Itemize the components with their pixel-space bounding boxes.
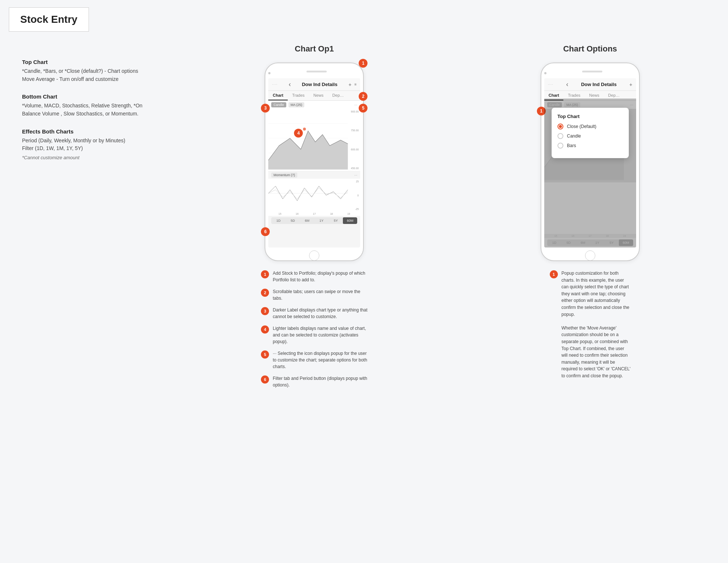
add-button-2[interactable]: +: [630, 82, 632, 88]
main-chart-svg: [268, 109, 360, 171]
phone-inner-2: ···· ‹ Dow Ind Details + Chart Trades Ne…: [544, 78, 636, 247]
y-label-900: 900.00: [351, 110, 359, 113]
chart-options-annotations: 1 Popup customization for both charts. I…: [550, 270, 631, 386]
chart-options-phone-wrapper: ···· ‹ Dow Ind Details + Chart Trades Ne…: [541, 63, 640, 261]
radio-label-candle: Candle: [567, 133, 581, 139]
x-label-15: 15: [279, 213, 281, 215]
radio-candle[interactable]: Candle: [557, 133, 623, 139]
phone-top-bar: [268, 71, 360, 75]
app-header: ···· ‹ Dow Ind Details + ≡: [268, 78, 360, 91]
annotation-badge-2: 2: [261, 289, 269, 297]
y-label-600: 600.00: [351, 148, 359, 151]
annotation-badge-1: 1: [261, 270, 269, 278]
annotation-badge-4: 4: [261, 325, 269, 334]
chart-op1-title: Chart Op1: [295, 44, 334, 54]
annotation-2: 2 Scrollable tabs; users can swipe or mo…: [261, 288, 367, 302]
radio-label-close: Close (Default): [567, 124, 596, 129]
bottom-chart-label-row: Momentum (7) ···: [268, 171, 360, 179]
right-annotation-text-1: Popup customization for both charts. In …: [562, 270, 631, 380]
app-title-2: Dow Ind Details: [581, 82, 617, 87]
chart-options-section: Chart Options ···· ‹ Dow Ind Details +: [452, 44, 728, 393]
period-1d[interactable]: 1D: [271, 217, 286, 224]
status-dots: ····: [272, 82, 277, 86]
svg-marker-4: [268, 131, 348, 170]
x-label-19: 19: [347, 213, 350, 215]
ma-label[interactable]: MA (25): [288, 102, 305, 107]
popup-title: Top Chart: [557, 114, 623, 119]
chart-options-title: Chart Options: [563, 44, 617, 54]
chart-op1-phone: ···· ‹ Dow Ind Details + ≡ Chart Trades …: [265, 63, 364, 261]
y-labels: 900.00 750.00 600.00 450.00: [351, 109, 359, 171]
period-6m[interactable]: 6M: [300, 217, 314, 224]
effects-section: Effects Both Charts Period (Daily, Weekl…: [22, 128, 162, 160]
popup-box: Top Chart Close (Default) Candle: [552, 108, 629, 158]
tab-news[interactable]: News: [309, 91, 328, 100]
bottom-chart-heading: Bottom Chart: [22, 93, 162, 100]
menu-button[interactable]: ≡: [354, 82, 356, 86]
radio-label-bars: Bars: [567, 143, 576, 148]
annotation-text-2: Scrollable tabs; users can swipe or move…: [273, 288, 367, 302]
app-title: Dow Ind Details: [302, 82, 337, 87]
annotation-6: 6 Filter tab and Period button (displays…: [261, 375, 367, 388]
effects-heading: Effects Both Charts: [22, 128, 162, 135]
candle-label: Candle: [271, 102, 286, 107]
radio-circle-bars: [557, 143, 563, 149]
bottom-chart-options-button[interactable]: ···: [354, 173, 357, 177]
back-button[interactable]: ‹: [288, 81, 291, 88]
app-icons: + ≡: [348, 82, 356, 88]
status-dots-2: ····: [548, 82, 553, 86]
radio-close-default[interactable]: Close (Default): [557, 124, 623, 129]
app-tabs: Chart Trades News Dep…: [268, 91, 360, 101]
chart-options-button[interactable]: ···: [354, 103, 357, 107]
bottom-y-labels: 25 0 -25: [355, 179, 359, 212]
phone-dot-icon-2: [544, 72, 546, 74]
phone-dot-icon: [268, 72, 270, 74]
chart-op1-section: Chart Op1 ···· ‹ Dow Ind Details +: [176, 44, 452, 393]
annotation-badge-3: 3: [261, 307, 269, 315]
annotation-badge-6: 6: [261, 375, 269, 384]
effects-italic: *Cannot customize amount: [22, 155, 162, 160]
home-button[interactable]: [309, 250, 319, 261]
tab-chart[interactable]: Chart: [268, 91, 288, 100]
x-label-16: 16: [296, 213, 299, 215]
page-title: Stock Entry: [20, 14, 78, 25]
x-label-17: 17: [313, 213, 316, 215]
phone-inner: ···· ‹ Dow Ind Details + ≡ Chart Trades …: [268, 78, 360, 247]
speaker-bar: [306, 71, 327, 72]
momentum-label[interactable]: Momentum (7): [271, 172, 297, 178]
radio-bars[interactable]: Bars: [557, 143, 623, 149]
tab-trades[interactable]: Trades: [288, 91, 309, 100]
bottom-chart-area: 25 0 -25: [268, 179, 360, 212]
y-neg25: -25: [355, 208, 359, 210]
annotation-text-4: Lighter labels displays name and value o…: [273, 325, 367, 345]
period-filter: 1D 5D 6M 1Y 5Y 60M: [271, 217, 357, 224]
period-60m[interactable]: 60M: [343, 217, 357, 224]
effects-text: Period (Daily, Weekly, Monthly or by Min…: [22, 137, 162, 153]
annotation-text-6: Filter tab and Period button (displays p…: [273, 375, 367, 388]
annotation-4: 4 Lighter labels displays name and value…: [261, 325, 367, 345]
bottom-chart-text: *Volume, MACD, Stochastics, Relative Str…: [22, 102, 162, 118]
tab-dep[interactable]: Dep…: [328, 91, 348, 100]
home-button-2[interactable]: [585, 250, 595, 261]
period-1y[interactable]: 1Y: [314, 217, 329, 224]
period-5d[interactable]: 5D: [286, 217, 300, 224]
bottom-chart-section: Bottom Chart *Volume, MACD, Stochastics,…: [22, 93, 162, 118]
header-box: Stock Entry: [9, 7, 89, 32]
radio-dot-close: [559, 125, 562, 128]
period-5y[interactable]: 5Y: [329, 217, 343, 224]
badge-2: 2: [359, 92, 367, 101]
svg-point-5: [303, 128, 306, 131]
x-labels: 15 16 17 18 19: [268, 212, 360, 216]
top-chart-heading: Top Chart: [22, 59, 162, 65]
annotation-1: 1 Add Stock to Portfolio; display's popu…: [261, 270, 367, 283]
add-button[interactable]: +: [348, 82, 351, 88]
annotation-text-5: ··· Selecting the icon displays popup fo…: [273, 350, 367, 370]
right-annotation-badge-1: 1: [550, 270, 558, 278]
back-button-2[interactable]: ‹: [566, 81, 569, 88]
y-label-750: 750.00: [351, 129, 359, 132]
badge-1: 1: [359, 59, 367, 68]
phone-top-bar-2: [544, 71, 636, 75]
annotation-3: 3 Darker Label displays chart type or an…: [261, 307, 367, 320]
main-chart-area: 900.00 750.00 600.00 450.00: [268, 109, 360, 171]
top-chart-section: Top Chart *Candle, *Bars, or *Close (def…: [22, 59, 162, 83]
